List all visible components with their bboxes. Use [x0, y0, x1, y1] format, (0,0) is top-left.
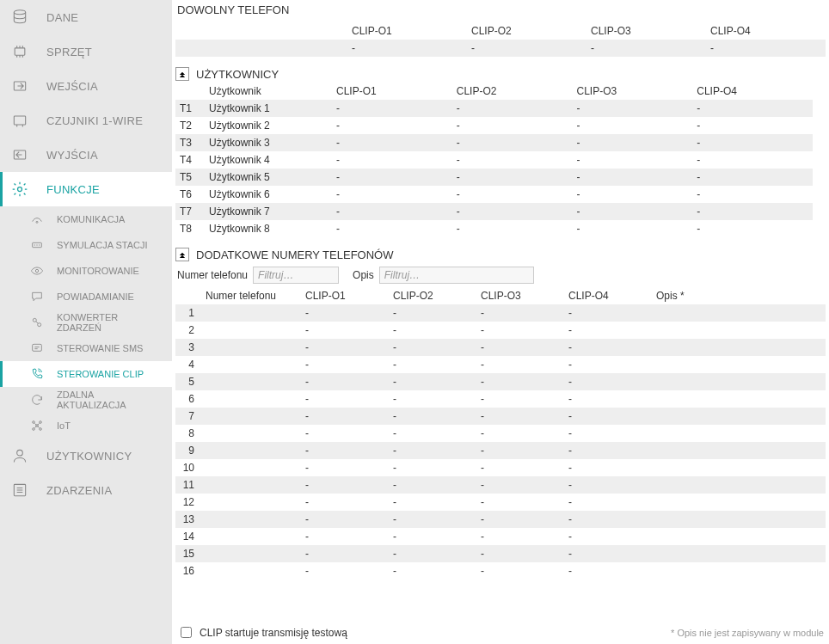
- table-row[interactable]: T1Użytkownik 1----: [175, 100, 826, 117]
- cell[interactable]: -: [389, 459, 476, 476]
- cell[interactable]: -: [692, 134, 813, 151]
- table-row[interactable]: 4----: [175, 356, 826, 373]
- cell[interactable]: -: [332, 169, 452, 186]
- cell-phone[interactable]: [201, 425, 301, 442]
- cell[interactable]: -: [573, 169, 693, 186]
- cell[interactable]: -: [564, 494, 652, 511]
- cell[interactable]: -: [573, 100, 693, 117]
- sub-item-sms[interactable]: STEROWANIE SMS: [0, 335, 172, 361]
- cell[interactable]: -: [301, 459, 389, 476]
- cell[interactable]: -: [301, 476, 389, 494]
- nav-item-funkcje[interactable]: FUNKCJE: [0, 172, 172, 206]
- cell[interactable]: -: [476, 339, 564, 356]
- cell[interactable]: -: [301, 545, 389, 562]
- cell-phone[interactable]: [201, 476, 301, 494]
- cell[interactable]: -: [564, 528, 652, 545]
- cell-user[interactable]: Użytkownik 7: [205, 203, 332, 220]
- cell[interactable]: -: [573, 220, 693, 237]
- cell[interactable]: -: [564, 511, 652, 528]
- cell-phone[interactable]: [201, 408, 301, 425]
- cell-desc[interactable]: [652, 408, 826, 425]
- cell[interactable]: -: [476, 494, 564, 511]
- cell-desc[interactable]: [652, 373, 826, 390]
- cell-phone[interactable]: [201, 545, 301, 562]
- cell[interactable]: -: [564, 408, 652, 425]
- cell[interactable]: -: [564, 322, 652, 339]
- cell[interactable]: -: [476, 442, 564, 459]
- cell[interactable]: -: [476, 511, 564, 528]
- cell-user[interactable]: Użytkownik 4: [205, 151, 332, 169]
- cell[interactable]: -: [389, 528, 476, 545]
- cell[interactable]: -: [564, 339, 652, 356]
- cell[interactable]: -: [301, 425, 389, 442]
- cell[interactable]: -: [692, 169, 813, 186]
- table-row[interactable]: 16----: [175, 562, 826, 580]
- filter-phone-input[interactable]: [253, 267, 339, 284]
- cell[interactable]: -: [389, 476, 476, 494]
- table-row[interactable]: 9----: [175, 442, 826, 459]
- cell[interactable]: -: [573, 203, 693, 220]
- cell-desc[interactable]: [652, 494, 826, 511]
- sub-item-powiadamianie[interactable]: POWIADAMIANIE: [0, 284, 172, 310]
- cell[interactable]: -: [476, 373, 564, 390]
- nav-item-czujniki[interactable]: CZUJNIKI 1-WIRE: [0, 103, 172, 138]
- table-row[interactable]: T6Użytkownik 6----: [175, 186, 826, 203]
- cell[interactable]: -: [389, 494, 476, 511]
- cell[interactable]: -: [301, 390, 389, 408]
- table-row[interactable]: 12----: [175, 494, 826, 511]
- cell[interactable]: -: [301, 511, 389, 528]
- cell[interactable]: -: [389, 373, 476, 390]
- cell[interactable]: -: [301, 528, 389, 545]
- cell[interactable]: -: [389, 304, 476, 322]
- cell[interactable]: -: [301, 408, 389, 425]
- nav-item-wejscia[interactable]: WEJŚCIA: [0, 69, 172, 103]
- sub-item-aktualizacja[interactable]: ZDALNA AKTUALIZACJA: [0, 387, 172, 413]
- cell[interactable]: -: [564, 545, 652, 562]
- cell[interactable]: -: [389, 390, 476, 408]
- sub-item-clip[interactable]: STEROWANIE CLIP: [0, 361, 172, 387]
- cell-desc[interactable]: [652, 562, 826, 580]
- cell-phone[interactable]: [201, 528, 301, 545]
- cell[interactable]: -: [389, 322, 476, 339]
- cell[interactable]: -: [692, 203, 813, 220]
- cell[interactable]: -: [301, 322, 389, 339]
- cell[interactable]: -: [573, 134, 693, 151]
- cell[interactable]: -: [476, 390, 564, 408]
- cell[interactable]: -: [301, 373, 389, 390]
- cell[interactable]: -: [301, 304, 389, 322]
- nav-item-sprzet[interactable]: SPRZĘT: [0, 34, 172, 69]
- cell[interactable]: -: [573, 117, 693, 134]
- cell[interactable]: -: [564, 373, 652, 390]
- table-row[interactable]: T8Użytkownik 8----: [175, 220, 826, 237]
- cell[interactable]: -: [692, 117, 813, 134]
- collapse-icon[interactable]: [175, 67, 189, 81]
- cell[interactable]: -: [564, 304, 652, 322]
- table-row[interactable]: 8----: [175, 425, 826, 442]
- cell[interactable]: -: [452, 117, 573, 134]
- cell[interactable]: -: [301, 339, 389, 356]
- nav-item-zdarzenia[interactable]: ZDARZENIA: [0, 473, 172, 507]
- cell-phone[interactable]: [201, 459, 301, 476]
- cell[interactable]: -: [564, 390, 652, 408]
- cell[interactable]: -: [706, 40, 826, 57]
- cell[interactable]: -: [389, 442, 476, 459]
- cell-phone[interactable]: [201, 339, 301, 356]
- cell-phone[interactable]: [201, 304, 301, 322]
- cell[interactable]: -: [476, 322, 564, 339]
- cell-desc[interactable]: [652, 476, 826, 494]
- sub-item-komunikacja[interactable]: KOMUNIKACJA: [0, 206, 172, 232]
- cell[interactable]: -: [573, 186, 693, 203]
- cell[interactable]: -: [692, 186, 813, 203]
- cell[interactable]: -: [332, 117, 452, 134]
- cell[interactable]: -: [332, 134, 452, 151]
- cell[interactable]: -: [692, 100, 813, 117]
- cell[interactable]: -: [476, 528, 564, 545]
- cell[interactable]: -: [301, 494, 389, 511]
- sub-item-iot[interactable]: IoT: [0, 413, 172, 439]
- cell[interactable]: -: [476, 408, 564, 425]
- cell[interactable]: -: [452, 203, 573, 220]
- cell-desc[interactable]: [652, 528, 826, 545]
- cell[interactable]: -: [564, 356, 652, 373]
- cell[interactable]: -: [564, 425, 652, 442]
- collapse-icon[interactable]: [175, 248, 189, 261]
